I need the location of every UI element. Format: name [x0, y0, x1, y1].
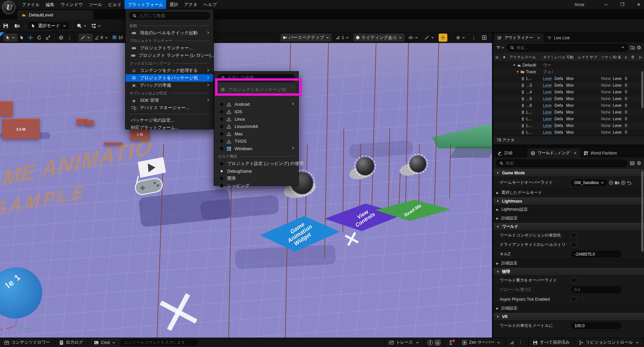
section-world[interactable]: ▼ワールド — [493, 223, 644, 231]
submenu-item-shipping[interactable]: シッピング — [214, 182, 298, 189]
outliner-row-actor[interactable]: ...4 Leve Defa Mov None Leve 0 — [493, 89, 644, 95]
outliner-row-actor[interactable]: L... Leve Defa Mov None Leve 0 — [493, 109, 644, 116]
filter-button[interactable] — [496, 45, 505, 50]
save-all-button[interactable]: すべて保存済み — [529, 338, 575, 347]
viewport-tool-dropdown[interactable] — [3, 34, 17, 42]
outliner-row-actor[interactable]: L... Leve Defa Mov None Leve 0 — [493, 129, 644, 136]
outliner-row-world[interactable]: ▼ Defaultl ワー — [493, 62, 644, 69]
menu-item-device-manager[interactable]: デバイス マネージャー... — [126, 104, 213, 112]
outliner-settings-button[interactable]: ⚙ — [637, 45, 641, 51]
menu-search-input[interactable]: 入力して検索 — [129, 12, 210, 19]
surface-snapping-button[interactable] — [79, 34, 93, 42]
minimize-button[interactable]: ─ — [604, 2, 607, 7]
row-lightmass-settings[interactable]: ▶Lightmass設定 — [493, 205, 644, 214]
row-physics-advanced[interactable]: ▶詳細設定 — [493, 304, 644, 313]
outliner-row-actor[interactable]: ...5 Leve Defa Mov None Leve 0 — [493, 95, 644, 102]
submenu-item-windows[interactable]: Windows — [214, 145, 298, 152]
submenu-item-android[interactable]: Android — [214, 100, 298, 108]
menu-item-project-launcher[interactable]: プロジェクトランチャー... — [126, 44, 213, 52]
tab-world-settings[interactable]: ワールド...ィング ✕ — [527, 148, 580, 158]
outliner-row-actor[interactable]: ...3 Leve Defa Mov None Leve 0 — [493, 82, 644, 89]
row-world-advanced[interactable]: ▶詳細設定 — [493, 259, 644, 268]
select-tool-button[interactable] — [17, 34, 26, 42]
add-folder-button[interactable] — [630, 45, 635, 50]
restore-button[interactable]: ❐ — [620, 2, 624, 7]
transform-options-button[interactable]: ⋮ — [65, 34, 74, 42]
menu-window[interactable]: ウィンドウ — [57, 0, 86, 9]
pause-trace-icon[interactable]: ‖ — [428, 340, 433, 345]
details-view-options-button[interactable] — [630, 161, 635, 166]
console-command-input[interactable]: コンソールコマンドを入力します — [121, 340, 197, 346]
use-selected-button[interactable] — [609, 180, 613, 185]
menu-tools[interactable]: ツール — [86, 0, 105, 9]
star-icon[interactable]: ★ — [501, 53, 508, 61]
task-status-button[interactable] — [444, 338, 458, 347]
world-to-meters-field[interactable]: 100.0 — [571, 322, 622, 329]
level-tab[interactable]: DefaultLevel — [17, 10, 93, 19]
browse-asset-button[interactable] — [615, 180, 620, 185]
menu-item-supported-platforms[interactable]: 対応プラットフォーム... — [126, 124, 213, 131]
close-tab-icon[interactable]: ✕ — [537, 36, 540, 40]
perspective-dropdown[interactable]: パースペクティブ — [281, 34, 332, 42]
outliner-row-folder[interactable]: ▼ Trave フォル — [493, 69, 644, 75]
submenu-item-development[interactable]: 開発 — [214, 175, 298, 182]
scale-tool-button[interactable] — [44, 34, 52, 42]
killz-field[interactable]: -1048575.0 — [571, 251, 622, 257]
submenu-item-use-project-setting[interactable]: プロジェクト設定 (シッピング) の使用 — [214, 160, 298, 167]
row-selected-gamemode[interactable]: ▶選択したゲームモード — [493, 188, 644, 197]
world-composition-checkbox[interactable] — [571, 233, 576, 238]
submenu-item-linuxarm64[interactable]: LinuxArm64 — [214, 123, 298, 130]
revision-control-dropdown[interactable]: リビジョンコントロール — [575, 338, 644, 347]
red-block[interactable] — [0, 101, 13, 116]
menu-item-project-launcher-legacy[interactable]: プロジェクト ランチャー (レガシー)... — [126, 52, 213, 59]
blueprints-button[interactable] — [89, 23, 103, 29]
gamemode-override-dropdown[interactable]: GM_Sandbox — [571, 179, 607, 186]
menu-item-prepare-debug[interactable]: デバッグの準備 — [126, 82, 213, 89]
submenu-item-mac[interactable]: Mac — [214, 130, 298, 137]
tab-live-link[interactable]: Live Link — [544, 33, 573, 42]
cmd-dropdown[interactable]: Cmd — [91, 339, 118, 346]
menu-platforms[interactable]: プラットフォーム — [125, 0, 166, 9]
game-view-button[interactable] — [439, 34, 447, 42]
content-drawer-button[interactable]: コンテンツドロワー — [0, 338, 55, 347]
menu-help[interactable]: ヘルプ — [200, 0, 220, 9]
outliner-row-actor[interactable]: ...6 Leve Defa Mov None Leve 0 — [493, 102, 644, 109]
unreal-logo-icon[interactable]: U — [2, 1, 15, 14]
section-game-mode[interactable]: ▼Game Mode — [493, 169, 644, 177]
tab-details[interactable]: 詳細 — [494, 148, 516, 158]
rotation-snap-button[interactable]: 0 — [93, 34, 110, 42]
player-start-flag[interactable]: ✚ — [132, 157, 173, 203]
close-button[interactable]: ✕ — [637, 2, 641, 7]
red-block-25m[interactable]: 2.5 M — [2, 118, 40, 139]
async-physics-checkbox[interactable] — [571, 297, 576, 302]
submenu-search-input[interactable]: 入力して検索 — [217, 74, 295, 82]
world-coordinate-button[interactable] — [57, 34, 65, 42]
red-strip[interactable] — [104, 142, 122, 145]
sphere-actor[interactable] — [356, 157, 374, 175]
eye-icon[interactable] — [493, 53, 501, 61]
submenu-item-ios[interactable]: IOS — [214, 108, 298, 115]
panel-splitter[interactable] — [493, 144, 644, 147]
derived-data-button[interactable]: ⋮ — [505, 338, 529, 347]
outliner-scrollbar[interactable] — [641, 71, 643, 108]
optimization-dropdown[interactable] — [423, 34, 437, 42]
screen-percentage-button[interactable]: 1 — [334, 34, 351, 42]
snapshot-icon[interactable]: ◍ — [435, 340, 440, 345]
details-settings-button[interactable]: ⚙ — [637, 160, 641, 166]
maximize-viewport-button[interactable] — [480, 34, 489, 42]
content-browser-button[interactable] — [11, 23, 23, 29]
new-asset-button[interactable] — [621, 180, 626, 185]
plug-icon[interactable] — [638, 53, 644, 61]
tab-outliner[interactable]: アウトライナー ✕ — [494, 33, 544, 42]
menu-item-quick-launch[interactable]: 現在のレベルをクイック起動 — [126, 29, 213, 37]
menu-select[interactable]: 選択 — [166, 0, 181, 9]
zen-server-dropdown[interactable]: Zen サーバー — [458, 338, 506, 347]
details-scrollbar[interactable] — [641, 171, 643, 252]
save-button[interactable] — [0, 23, 11, 29]
submenu-item-debuggame[interactable]: DebugGame — [214, 167, 298, 175]
outliner-search-input[interactable]: 検索... — [507, 44, 628, 51]
show-flags-dropdown[interactable] — [406, 34, 420, 42]
menu-edit[interactable]: 編集 — [43, 0, 57, 9]
override-gravity-checkbox[interactable] — [571, 278, 576, 283]
menu-actor[interactable]: アクタ — [181, 0, 200, 9]
